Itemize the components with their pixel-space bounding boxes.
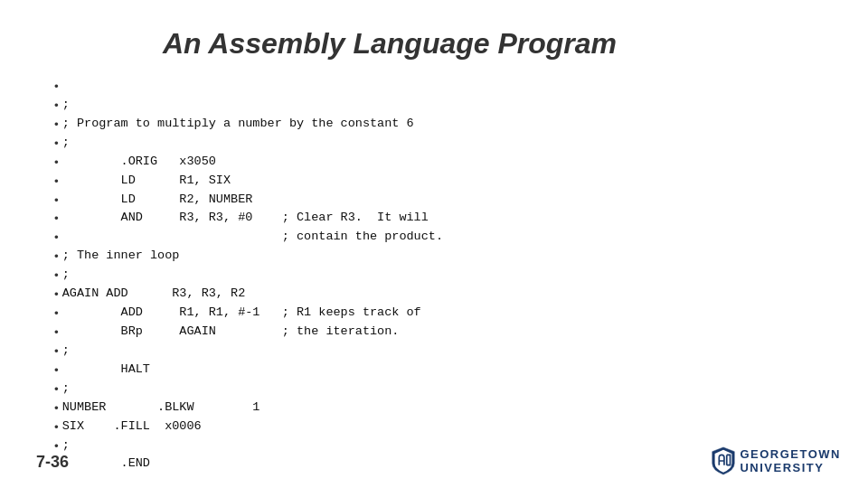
bullet-dot: • <box>54 380 59 399</box>
bullet-dot: • <box>54 343 59 361</box>
logo-text-block: GEORGETOWN UNIVERSITY <box>740 447 841 474</box>
bullet-dot: • <box>54 154 59 173</box>
bullet-dot: • <box>54 210 59 229</box>
code-block: ; ; Program to multiply a number by the … <box>62 77 443 474</box>
bullet-dot: • <box>54 78 59 97</box>
bullet-dot: • <box>54 173 59 192</box>
slide-number: 7-36 <box>36 453 69 472</box>
logo-area: GEORGETOWN UNIVERSITY <box>711 446 841 475</box>
bullet-dots: • • • • • • • • • • • • • • • • • • • • <box>54 77 59 455</box>
bullet-dot: • <box>54 97 59 116</box>
bullet-dot: • <box>54 418 59 437</box>
logo-georgetown-text: GEORGETOWN <box>740 447 841 461</box>
bullet-dot: • <box>54 305 59 324</box>
bullet-dot: • <box>54 399 59 418</box>
slide-title: An Assembly Language Program <box>163 27 814 61</box>
bullet-dot: • <box>54 135 59 154</box>
bullet-dot: • <box>54 324 59 343</box>
bullet-dot: • <box>54 267 59 286</box>
bullet-dot: • <box>54 116 59 135</box>
bullet-dot: • <box>54 192 59 211</box>
bullet-dot: • <box>54 248 59 267</box>
bullet-dot: • <box>54 229 59 248</box>
bullet-dot: • <box>54 286 59 305</box>
main-content: • • • • • • • • • • • • • • • • • • • • … <box>54 77 814 474</box>
logo-icon: GEORGETOWN UNIVERSITY <box>711 446 841 475</box>
bullet-dot: • <box>54 361 59 380</box>
georgetown-shield-icon <box>711 446 736 475</box>
slide: An Assembly Language Program • • • • • •… <box>0 0 868 488</box>
logo-university-text: UNIVERSITY <box>740 461 841 474</box>
